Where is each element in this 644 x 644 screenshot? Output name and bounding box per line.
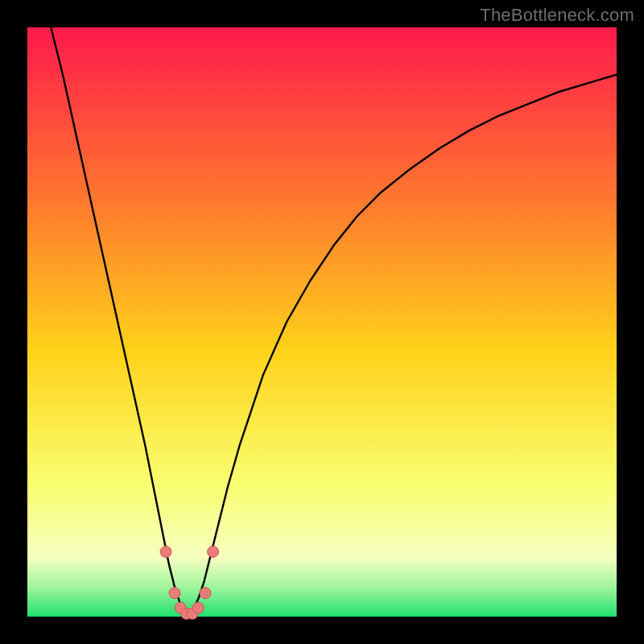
plot-area: [27, 27, 617, 617]
bottleneck-chart: [0, 0, 644, 644]
marker-point: [200, 588, 211, 599]
marker-point: [192, 602, 204, 613]
chart-frame: TheBottleneck.com: [0, 0, 644, 644]
marker-point: [208, 546, 219, 557]
marker-point: [169, 588, 180, 599]
watermark-text: TheBottleneck.com: [480, 5, 634, 26]
marker-point: [160, 546, 171, 557]
